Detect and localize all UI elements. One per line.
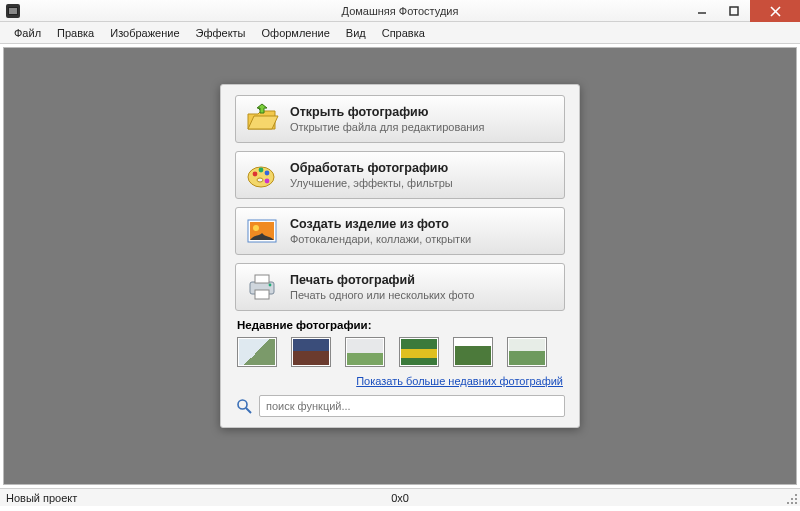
canvas-area: Открыть фотографию Открытие файла для ре… (3, 47, 797, 485)
recent-thumb[interactable] (345, 337, 385, 367)
svg-point-16 (269, 284, 272, 287)
svg-rect-14 (255, 275, 269, 283)
open-photo-subtitle: Открытие файла для редактирования (290, 121, 484, 133)
menu-effects[interactable]: Эффекты (188, 25, 254, 41)
recent-thumb[interactable] (399, 337, 439, 367)
status-dimensions: 0x0 (391, 492, 409, 504)
maximize-icon (729, 6, 739, 16)
open-folder-icon (244, 101, 280, 137)
titlebar: Домашняя Фотостудия (0, 0, 800, 22)
printer-icon (244, 269, 280, 305)
recent-thumb[interactable] (453, 337, 493, 367)
menu-decor[interactable]: Оформление (254, 25, 338, 41)
app-icon (6, 4, 20, 18)
close-icon (770, 6, 781, 17)
print-photos-button[interactable]: Печать фотографий Печать одного или неск… (235, 263, 565, 311)
recent-photos-label: Недавние фотографии: (237, 319, 563, 331)
svg-point-7 (265, 171, 270, 176)
svg-point-12 (253, 225, 259, 231)
recent-thumb[interactable] (237, 337, 277, 367)
svg-point-6 (259, 168, 264, 173)
more-recent-wrapper: Показать больше недавних фотографий (237, 375, 563, 387)
menu-image[interactable]: Изображение (102, 25, 187, 41)
process-photo-subtitle: Улучшение, эффекты, фильтры (290, 177, 453, 189)
menu-help[interactable]: Справка (374, 25, 433, 41)
search-input[interactable] (259, 395, 565, 417)
svg-point-8 (265, 179, 270, 184)
svg-point-17 (238, 400, 247, 409)
print-photos-subtitle: Печать одного или нескольких фото (290, 289, 474, 301)
menu-file[interactable]: Файл (6, 25, 49, 41)
recent-thumb[interactable] (291, 337, 331, 367)
menu-edit[interactable]: Правка (49, 25, 102, 41)
window-controls (686, 0, 800, 22)
svg-point-5 (253, 172, 258, 177)
statusbar: Новый проект 0x0 (0, 488, 800, 506)
svg-rect-1 (730, 7, 738, 15)
open-photo-title: Открыть фотографию (290, 105, 484, 119)
welcome-panel: Открыть фотографию Открытие файла для ре… (220, 84, 580, 428)
search-icon (235, 397, 253, 415)
recent-thumbs (235, 337, 565, 371)
recent-thumb[interactable] (507, 337, 547, 367)
more-recent-link[interactable]: Показать больше недавних фотографий (356, 375, 563, 387)
minimize-button[interactable] (686, 0, 718, 22)
search-row (235, 395, 565, 417)
process-photo-button[interactable]: Обработать фотографию Улучшение, эффекты… (235, 151, 565, 199)
workspace: Открыть фотографию Открытие файла для ре… (0, 44, 800, 488)
menu-view[interactable]: Вид (338, 25, 374, 41)
close-button[interactable] (750, 0, 800, 22)
palette-icon (244, 157, 280, 193)
maximize-button[interactable] (718, 0, 750, 22)
create-product-subtitle: Фотокалендари, коллажи, открытки (290, 233, 471, 245)
svg-rect-15 (255, 290, 269, 299)
create-product-button[interactable]: Создать изделие из фото Фотокалендари, к… (235, 207, 565, 255)
print-photos-title: Печать фотографий (290, 273, 474, 287)
minimize-icon (697, 6, 707, 16)
resize-grip[interactable] (786, 493, 798, 505)
menubar: Файл Правка Изображение Эффекты Оформлен… (0, 22, 800, 44)
status-project: Новый проект (6, 492, 77, 504)
open-photo-button[interactable]: Открыть фотографию Открытие файла для ре… (235, 95, 565, 143)
create-product-title: Создать изделие из фото (290, 217, 471, 231)
picture-icon (244, 213, 280, 249)
window-title: Домашняя Фотостудия (0, 5, 800, 17)
svg-point-9 (257, 178, 263, 182)
svg-line-18 (246, 408, 251, 413)
process-photo-title: Обработать фотографию (290, 161, 453, 175)
